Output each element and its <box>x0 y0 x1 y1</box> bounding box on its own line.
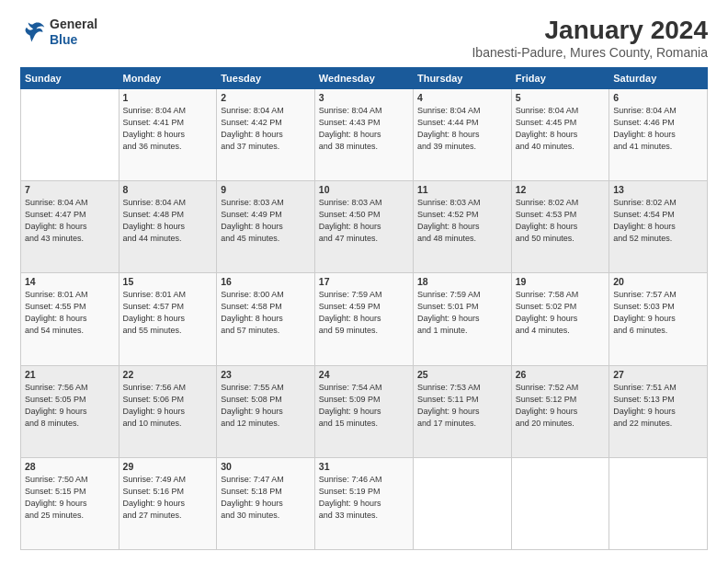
day-info: Sunrise: 8:04 AMSunset: 4:46 PMDaylight:… <box>613 105 703 153</box>
day-cell: 21Sunrise: 7:56 AMSunset: 5:05 PMDayligh… <box>21 365 119 457</box>
day-number: 30 <box>221 461 311 472</box>
page: General Blue January 2024 Ibanesti-Padur… <box>0 0 728 563</box>
day-number: 4 <box>417 92 507 103</box>
calendar: Sunday Monday Tuesday Wednesday Thursday… <box>20 67 708 550</box>
day-cell: 13Sunrise: 8:02 AMSunset: 4:54 PMDayligh… <box>609 181 708 273</box>
day-info: Sunrise: 8:04 AMSunset: 4:47 PMDaylight:… <box>25 197 115 245</box>
day-number: 23 <box>221 369 311 380</box>
day-info: Sunrise: 7:51 AMSunset: 5:13 PMDaylight:… <box>613 382 703 430</box>
day-number: 3 <box>319 92 409 103</box>
day-cell: 30Sunrise: 7:47 AMSunset: 5:18 PMDayligh… <box>217 457 315 549</box>
day-info: Sunrise: 7:58 AMSunset: 5:02 PMDaylight:… <box>516 289 605 337</box>
day-info: Sunrise: 7:56 AMSunset: 5:06 PMDaylight:… <box>123 382 213 430</box>
day-number: 12 <box>516 184 605 195</box>
day-number: 7 <box>25 184 115 195</box>
header: General Blue January 2024 Ibanesti-Padur… <box>20 17 708 60</box>
col-saturday: Saturday <box>609 67 708 88</box>
day-cell: 20Sunrise: 7:57 AMSunset: 5:03 PMDayligh… <box>609 273 708 365</box>
main-title: January 2024 <box>472 17 708 45</box>
day-number: 17 <box>319 276 409 287</box>
day-cell: 28Sunrise: 7:50 AMSunset: 5:15 PMDayligh… <box>21 457 119 549</box>
day-cell: 7Sunrise: 8:04 AMSunset: 4:47 PMDaylight… <box>21 181 119 273</box>
day-number: 15 <box>123 276 213 287</box>
day-cell: 8Sunrise: 8:04 AMSunset: 4:48 PMDaylight… <box>119 181 217 273</box>
day-info: Sunrise: 8:04 AMSunset: 4:44 PMDaylight:… <box>417 105 507 153</box>
header-row: Sunday Monday Tuesday Wednesday Thursday… <box>21 67 708 88</box>
day-info: Sunrise: 8:02 AMSunset: 4:54 PMDaylight:… <box>613 197 703 245</box>
week-row-2: 7Sunrise: 8:04 AMSunset: 4:47 PMDaylight… <box>21 181 708 273</box>
day-cell: 27Sunrise: 7:51 AMSunset: 5:13 PMDayligh… <box>609 365 708 457</box>
week-row-3: 14Sunrise: 8:01 AMSunset: 4:55 PMDayligh… <box>21 273 708 365</box>
col-monday: Monday <box>119 67 217 88</box>
day-info: Sunrise: 8:04 AMSunset: 4:42 PMDaylight:… <box>221 105 311 153</box>
day-info: Sunrise: 7:52 AMSunset: 5:12 PMDaylight:… <box>516 382 605 430</box>
day-cell: 25Sunrise: 7:53 AMSunset: 5:11 PMDayligh… <box>413 365 511 457</box>
logo-blue: Blue <box>50 32 97 48</box>
subtitle: Ibanesti-Padure, Mures County, Romania <box>472 45 708 60</box>
col-tuesday: Tuesday <box>217 67 315 88</box>
day-cell <box>609 457 708 549</box>
day-info: Sunrise: 7:59 AMSunset: 5:01 PMDaylight:… <box>417 289 507 337</box>
day-info: Sunrise: 8:04 AMSunset: 4:45 PMDaylight:… <box>516 105 605 153</box>
day-info: Sunrise: 7:59 AMSunset: 4:59 PMDaylight:… <box>319 289 409 337</box>
day-cell <box>413 457 511 549</box>
day-info: Sunrise: 7:49 AMSunset: 5:16 PMDaylight:… <box>123 474 213 522</box>
day-info: Sunrise: 8:04 AMSunset: 4:41 PMDaylight:… <box>123 105 213 153</box>
day-cell: 4Sunrise: 8:04 AMSunset: 4:44 PMDaylight… <box>413 88 511 180</box>
day-cell <box>21 88 119 180</box>
day-number: 8 <box>123 184 213 195</box>
day-number: 10 <box>319 184 409 195</box>
day-cell: 9Sunrise: 8:03 AMSunset: 4:49 PMDaylight… <box>217 181 315 273</box>
day-number: 20 <box>613 276 703 287</box>
day-info: Sunrise: 7:55 AMSunset: 5:08 PMDaylight:… <box>221 382 311 430</box>
logo: General Blue <box>20 17 97 48</box>
title-block: January 2024 Ibanesti-Padure, Mures Coun… <box>472 17 708 60</box>
day-number: 5 <box>516 92 605 103</box>
day-info: Sunrise: 8:04 AMSunset: 4:48 PMDaylight:… <box>123 197 213 245</box>
day-cell <box>511 457 609 549</box>
day-number: 11 <box>417 184 507 195</box>
day-info: Sunrise: 7:50 AMSunset: 5:15 PMDaylight:… <box>25 474 115 522</box>
day-info: Sunrise: 7:54 AMSunset: 5:09 PMDaylight:… <box>319 382 409 430</box>
week-row-5: 28Sunrise: 7:50 AMSunset: 5:15 PMDayligh… <box>21 457 708 549</box>
day-number: 31 <box>319 461 409 472</box>
day-info: Sunrise: 8:01 AMSunset: 4:55 PMDaylight:… <box>25 289 115 337</box>
day-info: Sunrise: 8:03 AMSunset: 4:50 PMDaylight:… <box>319 197 409 245</box>
day-info: Sunrise: 7:56 AMSunset: 5:05 PMDaylight:… <box>25 382 115 430</box>
day-info: Sunrise: 7:46 AMSunset: 5:19 PMDaylight:… <box>319 474 409 522</box>
day-number: 9 <box>221 184 311 195</box>
day-number: 25 <box>417 369 507 380</box>
day-number: 24 <box>319 369 409 380</box>
calendar-body: 1Sunrise: 8:04 AMSunset: 4:41 PMDaylight… <box>21 88 708 549</box>
day-info: Sunrise: 8:02 AMSunset: 4:53 PMDaylight:… <box>516 197 605 245</box>
day-number: 14 <box>25 276 115 287</box>
day-info: Sunrise: 8:03 AMSunset: 4:52 PMDaylight:… <box>417 197 507 245</box>
day-number: 19 <box>516 276 605 287</box>
day-cell: 3Sunrise: 8:04 AMSunset: 4:43 PMDaylight… <box>314 88 413 180</box>
day-number: 2 <box>221 92 311 103</box>
day-info: Sunrise: 8:01 AMSunset: 4:57 PMDaylight:… <box>123 289 213 337</box>
day-cell: 17Sunrise: 7:59 AMSunset: 4:59 PMDayligh… <box>314 273 413 365</box>
day-info: Sunrise: 7:53 AMSunset: 5:11 PMDaylight:… <box>417 382 507 430</box>
day-cell: 31Sunrise: 7:46 AMSunset: 5:19 PMDayligh… <box>314 457 413 549</box>
col-thursday: Thursday <box>413 67 511 88</box>
day-number: 16 <box>221 276 311 287</box>
day-number: 27 <box>613 369 703 380</box>
logo-icon <box>20 19 46 45</box>
day-cell: 6Sunrise: 8:04 AMSunset: 4:46 PMDaylight… <box>609 88 708 180</box>
day-info: Sunrise: 8:04 AMSunset: 4:43 PMDaylight:… <box>319 105 409 153</box>
col-sunday: Sunday <box>21 67 119 88</box>
day-cell: 16Sunrise: 8:00 AMSunset: 4:58 PMDayligh… <box>217 273 315 365</box>
calendar-header: Sunday Monday Tuesday Wednesday Thursday… <box>21 67 708 88</box>
day-cell: 1Sunrise: 8:04 AMSunset: 4:41 PMDaylight… <box>119 88 217 180</box>
day-info: Sunrise: 8:00 AMSunset: 4:58 PMDaylight:… <box>221 289 311 337</box>
day-number: 28 <box>25 461 115 472</box>
day-cell: 26Sunrise: 7:52 AMSunset: 5:12 PMDayligh… <box>511 365 609 457</box>
day-number: 18 <box>417 276 507 287</box>
day-cell: 5Sunrise: 8:04 AMSunset: 4:45 PMDaylight… <box>511 88 609 180</box>
day-number: 6 <box>613 92 703 103</box>
day-cell: 24Sunrise: 7:54 AMSunset: 5:09 PMDayligh… <box>314 365 413 457</box>
day-number: 1 <box>123 92 213 103</box>
day-number: 26 <box>516 369 605 380</box>
day-cell: 18Sunrise: 7:59 AMSunset: 5:01 PMDayligh… <box>413 273 511 365</box>
